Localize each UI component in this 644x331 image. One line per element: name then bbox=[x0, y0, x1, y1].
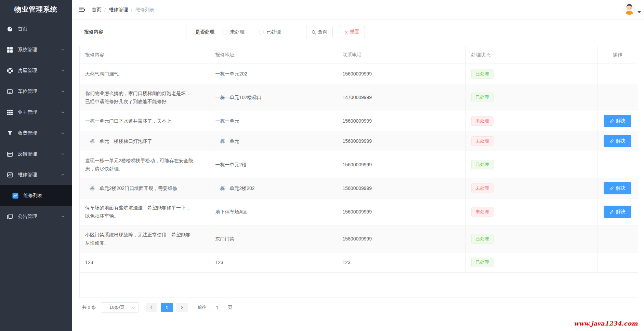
chevron-down-icon bbox=[61, 110, 65, 114]
prev-page-button[interactable] bbox=[146, 303, 157, 312]
goto-page-input[interactable] bbox=[209, 303, 225, 312]
status-badge: 未处理 bbox=[471, 183, 494, 193]
solve-button[interactable]: 解决 bbox=[604, 115, 631, 127]
monitor-icon bbox=[7, 88, 13, 95]
avatar[interactable] bbox=[623, 2, 635, 15]
filter-bar: 报修内容 是否处理 未处理 已处理 查询 重置 bbox=[79, 26, 636, 38]
pagination: 共 0 条 10条/页 1 前往 页 bbox=[79, 302, 636, 313]
cell-repair-content: 天然气阀门漏气 bbox=[80, 64, 210, 84]
sidebar-item-label: 房屋管理 bbox=[18, 68, 61, 74]
status-badge: 已处理 bbox=[471, 69, 494, 79]
status-badge: 未处理 bbox=[471, 207, 494, 217]
funnel-icon bbox=[7, 130, 13, 136]
sidebar-item-label: 公告管理 bbox=[18, 213, 61, 220]
cell-action bbox=[597, 151, 638, 178]
repair-content-input[interactable] bbox=[109, 26, 186, 38]
next-page-button[interactable] bbox=[176, 303, 188, 312]
sidebar-item-repair-list[interactable]: 维修列表 bbox=[0, 185, 72, 206]
filter-handled-label: 是否处理 bbox=[195, 29, 214, 35]
solve-button[interactable]: 解决 bbox=[604, 135, 631, 147]
chevron-down-icon bbox=[61, 152, 65, 156]
status-badge: 未处理 bbox=[471, 116, 494, 126]
table-row: 停车场的地面有些坑坑洼洼，希望能够修平一下，以免损坏车辆。地下停车场A区1560… bbox=[80, 198, 638, 225]
cell-phone: 15600009999 bbox=[337, 178, 465, 198]
sidebar-item-notice[interactable]: 公告管理 bbox=[0, 206, 72, 227]
breadcrumb: 首页 / 维修管理 / 维修列表 bbox=[92, 7, 158, 13]
reset-button[interactable]: 重置 bbox=[339, 26, 365, 38]
status-badge: 已处理 bbox=[471, 160, 494, 169]
cell-status: 未处理 bbox=[465, 198, 597, 225]
search-button[interactable]: 查询 bbox=[306, 26, 333, 38]
sidebar-item-owner[interactable]: 业主管理 bbox=[0, 102, 72, 123]
radio-circle-icon bbox=[223, 30, 227, 35]
sidebar-item-house[interactable]: 房屋管理 bbox=[0, 60, 72, 81]
chevron-down-icon bbox=[61, 69, 65, 73]
cell-repair-content: 一栋一单元一楼楼梯口灯泡坏了 bbox=[80, 131, 210, 151]
table-row: 天然气阀门漏气一栋一单元20215600009999已处理 bbox=[80, 64, 638, 84]
sidebar-item-label: 反馈管理 bbox=[18, 151, 61, 157]
sidebar-item-parking[interactable]: 车位管理 bbox=[0, 81, 72, 102]
sidebar-item-fees[interactable]: 收费管理 bbox=[0, 123, 72, 143]
cell-status: 已处理 bbox=[465, 225, 597, 252]
sidebar-item-home[interactable]: 首页 bbox=[0, 18, 72, 39]
sidebar-item-repair[interactable]: 维修管理 bbox=[0, 164, 72, 185]
cell-status: 未处理 bbox=[465, 131, 597, 151]
page-size-select[interactable]: 10条/页 bbox=[101, 302, 139, 313]
picture-chart-icon bbox=[7, 172, 13, 178]
cell-phone: 15600009999 bbox=[337, 111, 465, 131]
solve-button[interactable]: 解决 bbox=[604, 206, 631, 218]
sidebar-item-label: 维修管理 bbox=[18, 172, 61, 178]
app-title: 物业管理系统 bbox=[0, 0, 72, 18]
cell-repair-address: 一栋一单元2楼202 bbox=[210, 178, 337, 198]
radio-handled[interactable]: 已处理 bbox=[259, 29, 281, 35]
avatar-dropdown-caret-icon[interactable] bbox=[638, 11, 641, 13]
cell-phone: 15800009999 bbox=[337, 225, 465, 252]
main-area: 首页 / 维修管理 / 维修列表 bbox=[72, 0, 644, 331]
radio-circle-icon bbox=[259, 30, 264, 35]
content: 报修内容 是否处理 未处理 已处理 查询 重置 bbox=[72, 20, 644, 313]
cell-repair-content: 停车场的地面有些坑坑洼洼，希望能够修平一下，以免损坏车辆。 bbox=[80, 198, 210, 225]
status-badge: 已处理 bbox=[471, 234, 494, 244]
table-header-row: 报修内容报修地址联系电话处理状态操作 bbox=[80, 46, 638, 64]
cell-action bbox=[597, 84, 638, 111]
chevron-right-icon bbox=[180, 305, 184, 309]
cell-repair-address: 一栋一单元 bbox=[210, 111, 337, 131]
sidebar-item-system[interactable]: 系统管理 bbox=[0, 39, 72, 60]
sidebar-item-label: 首页 bbox=[18, 26, 65, 32]
status-badge: 已处理 bbox=[471, 93, 494, 102]
cell-status: 已处理 bbox=[465, 64, 597, 84]
solve-button[interactable]: 解决 bbox=[604, 182, 631, 194]
search-icon bbox=[312, 30, 316, 35]
goto-label: 前往 bbox=[197, 304, 206, 311]
chevron-up-icon bbox=[61, 173, 65, 177]
cell-action: 解决 bbox=[597, 131, 638, 151]
table-row: 一栋一单元一楼楼梯口灯泡坏了一栋一单元15600009999未处理解决 bbox=[80, 131, 638, 151]
sidebar: 物业管理系统 首页系统管理房屋管理车位管理业主管理收费管理反馈管理维修管理维修列… bbox=[0, 0, 72, 331]
column-header: 操作 bbox=[597, 46, 638, 64]
cell-action: 解决 bbox=[597, 198, 638, 225]
cell-action: 解决 bbox=[597, 111, 638, 131]
breadcrumb-repair[interactable]: 维修管理 bbox=[109, 7, 128, 13]
table-row: 你们物业怎么搞的，家门口楼梯间的灯泡老是坏，已经申请维修好几次了到底能不能修好一… bbox=[80, 84, 638, 111]
table-row: 123123123已处理 bbox=[80, 252, 638, 273]
grid-icon bbox=[7, 47, 13, 53]
cell-status: 未处理 bbox=[465, 178, 597, 198]
cell-repair-address: 地下停车场A区 bbox=[210, 198, 337, 225]
table-row: 小区门禁系统出现故障，无法正常使用，希望能够尽快修复。东门门禁158000099… bbox=[80, 225, 638, 252]
hamburger-icon[interactable] bbox=[79, 6, 86, 13]
top-navbar: 首页 / 维修管理 / 维修列表 bbox=[72, 0, 644, 20]
copy-document-icon bbox=[7, 213, 13, 220]
cell-repair-content: 发现一栋一单元2楼楼梯扶手松动，可能存在安全隐患，请尽快处理。 bbox=[80, 151, 210, 178]
cell-repair-content: 小区门禁系统出现故障，无法正常使用，希望能够尽快修复。 bbox=[80, 225, 210, 252]
breadcrumb-home[interactable]: 首页 bbox=[92, 7, 101, 13]
cell-phone: 15600009999 bbox=[337, 64, 465, 84]
sidebar-item-label: 车位管理 bbox=[18, 88, 61, 95]
app-window: 物业管理系统 首页系统管理房屋管理车位管理业主管理收费管理反馈管理维修管理维修列… bbox=[0, 0, 644, 331]
column-header: 联系电话 bbox=[337, 46, 465, 64]
sidebar-item-feedback[interactable]: 反馈管理 bbox=[0, 143, 72, 164]
table-row: 发现一栋一单元2楼楼梯扶手松动，可能存在安全隐患，请尽快处理。一栋一单元2楼15… bbox=[80, 151, 638, 178]
cell-repair-address: 123 bbox=[210, 252, 337, 273]
radio-unhandled[interactable]: 未处理 bbox=[223, 29, 245, 35]
page-number-1[interactable]: 1 bbox=[161, 303, 173, 312]
status-badge: 已处理 bbox=[471, 258, 494, 267]
